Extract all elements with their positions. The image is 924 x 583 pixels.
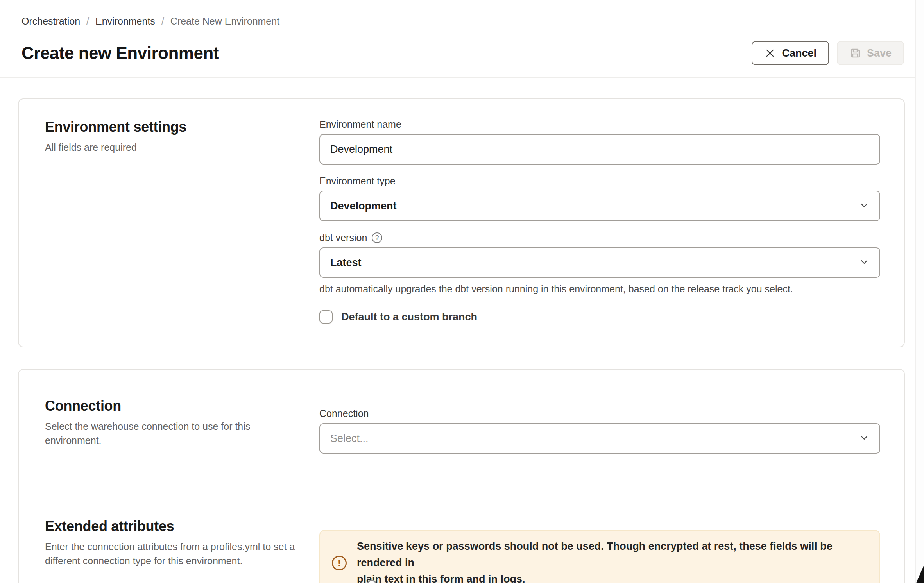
dbt-version-value: Latest (330, 257, 362, 269)
environment-name-label: Environment name (319, 119, 880, 130)
warning-text: Sensitive keys or passwords should not b… (357, 538, 868, 583)
extended-attributes-intro: Extended attributes Enter the connection… (45, 518, 319, 583)
environment-settings-fields: Environment name Environment type Develo… (319, 119, 880, 324)
connection-field-label: Connection (319, 408, 880, 419)
environment-type-value: Development (330, 200, 397, 212)
x-icon (764, 47, 776, 59)
dbt-version-hint: dbt automatically upgrades the dbt versi… (319, 283, 880, 295)
breadcrumb: Orchestration / Environments / Create Ne… (21, 16, 904, 27)
warning-text-line1: Sensitive keys or passwords should not b… (357, 538, 868, 571)
connection-subheading: Select the warehouse connection to use f… (45, 420, 297, 447)
extended-attributes-fields: ! Sensitive keys or passwords should not… (319, 518, 880, 583)
question-circle-icon[interactable]: ? (372, 232, 382, 243)
chevron-down-icon (859, 433, 869, 444)
connection-intro: Connection Select the warehouse connecti… (45, 398, 319, 454)
environment-settings-subheading: All fields are required (45, 141, 297, 155)
environment-settings-card: Environment settings All fields are requ… (18, 98, 905, 347)
floppy-disk-icon (849, 47, 861, 59)
sensitive-keys-warning-banner: ! Sensitive keys or passwords should not… (319, 530, 880, 583)
page-header: Orchestration / Environments / Create Ne… (0, 0, 924, 65)
connection-select[interactable]: Select... (319, 423, 880, 454)
breadcrumb-separator: / (86, 16, 89, 27)
environment-type-select[interactable]: Development (319, 191, 880, 221)
dbt-version-label: dbt version (319, 232, 367, 243)
breadcrumb-current: Create New Environment (170, 16, 279, 27)
breadcrumb-separator: / (161, 16, 164, 27)
save-button[interactable]: Save (837, 41, 904, 65)
chevron-down-icon (859, 257, 869, 268)
environment-settings-intro: Environment settings All fields are requ… (45, 119, 319, 324)
save-button-label: Save (867, 47, 892, 59)
environment-type-label: Environment type (319, 175, 880, 187)
custom-branch-checkbox[interactable] (319, 310, 333, 324)
chevron-down-icon (859, 200, 869, 212)
connection-card: Connection Select the warehouse connecti… (18, 369, 905, 583)
alert-circle-icon: ! (332, 556, 347, 570)
main-content: Environment settings All fields are requ… (0, 78, 924, 583)
scrollbar-track[interactable] (915, 0, 924, 583)
connection-placeholder: Select... (330, 433, 369, 445)
connection-fields: Connection Select... (319, 408, 880, 454)
environment-settings-heading: Environment settings (45, 119, 319, 135)
dbt-version-select[interactable]: Latest (319, 247, 880, 278)
environment-name-input[interactable] (319, 134, 880, 165)
custom-branch-row: Default to a custom branch (319, 310, 880, 324)
page-title: Create new Environment (21, 43, 219, 63)
warning-text-line2: plain text in this form and in logs. (357, 571, 868, 583)
extended-attributes-heading: Extended attributes (45, 518, 319, 535)
connection-heading: Connection (45, 398, 319, 414)
header-actions: Cancel Save (752, 41, 904, 65)
cancel-button-label: Cancel (782, 47, 817, 59)
custom-branch-label: Default to a custom branch (341, 311, 477, 323)
breadcrumb-environments[interactable]: Environments (95, 16, 155, 27)
extended-attributes-subheading: Enter the connection attributes from a p… (45, 540, 297, 568)
cancel-button[interactable]: Cancel (752, 41, 829, 65)
breadcrumb-orchestration[interactable]: Orchestration (21, 16, 80, 27)
